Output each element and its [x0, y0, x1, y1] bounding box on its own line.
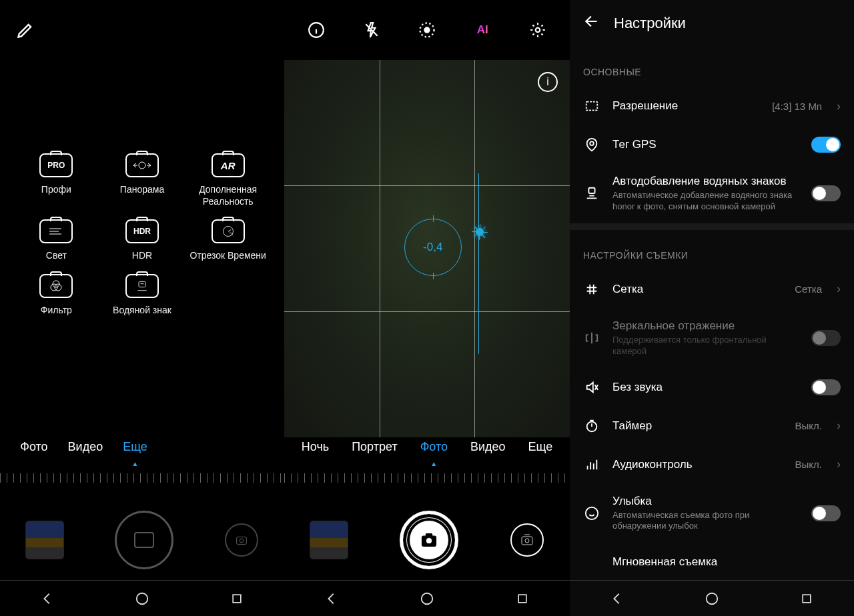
svg-point-25 [586, 507, 598, 519]
gallery-thumbnail[interactable] [26, 521, 63, 559]
mode-hdr[interactable]: HDR HDR [99, 219, 185, 262]
panorama-icon [125, 153, 159, 177]
gridline [284, 311, 570, 312]
nav-home[interactable] [122, 585, 162, 612]
back-button[interactable] [583, 13, 600, 34]
row-value: Сетка [795, 283, 822, 295]
gridline [284, 185, 570, 186]
mode-pro[interactable]: PRO Профи [13, 153, 99, 207]
tab-photo[interactable]: Фото [420, 440, 448, 454]
info-badge[interactable]: i [538, 72, 558, 92]
row-value: Выкл. [795, 420, 822, 431]
camera-modes-panel: PRO Профи Панорама AR Дополненная Реальн… [0, 0, 284, 616]
mid-top-row: AI [284, 0, 570, 60]
row-smile[interactable]: Улыбка Автоматическая съемка фото при об… [570, 484, 854, 543]
info-icon[interactable] [298, 11, 335, 49]
nav-home[interactable] [407, 585, 447, 612]
row-value: [4:3] 13 Мп [772, 101, 822, 112]
svg-point-8 [137, 593, 148, 604]
nav-recent[interactable] [787, 585, 827, 612]
svg-point-18 [525, 539, 529, 543]
mode-panorama[interactable]: Панорама [99, 153, 185, 207]
svg-rect-17 [522, 537, 532, 545]
mode-timelapse[interactable]: Отрезок Времени [185, 219, 271, 262]
tab-portrait[interactable]: Портрет [352, 440, 397, 454]
nav-recent[interactable] [217, 585, 257, 612]
row-title: Разрешение [612, 99, 760, 113]
mode-light[interactable]: Свет [13, 219, 99, 262]
gallery-thumbnail[interactable] [310, 521, 348, 559]
toggle-mirror [811, 330, 841, 346]
mirror-icon [583, 331, 600, 345]
grid-icon [583, 282, 600, 297]
switch-camera-button[interactable] [225, 523, 258, 557]
row-title: Тег GPS [612, 138, 799, 151]
row-grid[interactable]: Сетка Сетка › [570, 270, 854, 309]
mode-label: Отрезок Времени [189, 250, 266, 262]
row-instant[interactable]: Мгновенная съемка [570, 543, 854, 580]
row-timer[interactable]: Таймер Выкл. › [570, 407, 854, 445]
mode-watermark[interactable]: Водяной знак [99, 274, 185, 317]
camera-viewfinder-panel: AI i -0,4 Ночь Портрет Фото Видео Еще [284, 0, 570, 616]
edit-icon[interactable] [7, 11, 44, 49]
row-mute[interactable]: Без звука [570, 368, 854, 407]
shutter-button[interactable] [400, 511, 458, 569]
nav-back[interactable] [27, 585, 67, 612]
svg-rect-23 [588, 188, 594, 193]
tab-more[interactable]: Еще [123, 440, 147, 454]
settings-header: Настройки [570, 0, 854, 47]
row-title: Мгновенная съемка [612, 555, 841, 569]
section-header: ОСНОВНЫЕ [570, 47, 854, 87]
tab-photo[interactable]: Фото [20, 440, 47, 454]
ruler [0, 473, 284, 483]
filter-icon [39, 274, 73, 298]
settings-gear-icon[interactable] [519, 11, 556, 49]
svg-point-15 [426, 538, 432, 544]
row-watermark-auto[interactable]: Автодобавление водяных знаков Автоматиче… [570, 164, 854, 223]
timer-icon [583, 419, 600, 433]
left-tabs: т Фото Видео Еще [0, 440, 284, 475]
svg-point-0 [139, 162, 145, 169]
nav-home[interactable] [692, 585, 732, 612]
flash-off-icon[interactable] [353, 11, 390, 49]
svg-rect-5 [139, 281, 145, 287]
row-resolution[interactable]: Разрешение [4:3] 13 Мп › [570, 87, 854, 125]
nav-back[interactable] [312, 585, 352, 612]
tab-more[interactable]: Еще [528, 440, 553, 454]
exposure-indicator[interactable]: -0,4 [404, 219, 462, 276]
svg-point-19 [422, 593, 433, 604]
row-audiocontrol[interactable]: Аудиоконтроль Выкл. › [570, 445, 854, 484]
live-photo-icon[interactable] [408, 11, 446, 49]
watermark-icon [125, 274, 159, 298]
svg-rect-16 [426, 534, 432, 537]
mode-label: Свет [46, 250, 67, 262]
toggle-mute[interactable] [811, 379, 841, 395]
row-gps[interactable]: Тег GPS [570, 125, 854, 164]
svg-point-22 [590, 141, 594, 145]
timelapse-icon [211, 219, 245, 243]
chevron-right-icon: › [837, 457, 841, 471]
switch-camera-button[interactable] [510, 523, 544, 557]
exposure-slider-track[interactable] [478, 173, 479, 355]
toggle-watermark[interactable] [811, 185, 841, 201]
tab-video[interactable]: Видео [68, 440, 103, 454]
nav-recent[interactable] [502, 585, 542, 612]
row-title: Улыбка [612, 495, 799, 508]
toggle-gps[interactable] [811, 137, 841, 153]
svg-rect-21 [586, 102, 598, 111]
viewfinder[interactable]: i -0,4 [284, 60, 570, 437]
toggle-smile[interactable] [811, 505, 841, 521]
tab-video[interactable]: Видео [470, 440, 506, 454]
mode-filter[interactable]: Фильтр [13, 274, 99, 317]
ai-icon[interactable]: AI [464, 11, 501, 49]
tab-night[interactable]: Ночь [302, 440, 329, 454]
mode-label: Профи [41, 184, 71, 196]
mode-ar[interactable]: AR Дополненная Реальность [185, 153, 271, 207]
nav-back[interactable] [597, 585, 637, 612]
navbar [284, 580, 570, 616]
settings-scroll[interactable]: ОСНОВНЫЕ Разрешение [4:3] 13 Мп › Тег GP… [570, 47, 854, 580]
mode-label: Панорама [120, 184, 164, 196]
svg-rect-27 [803, 595, 811, 603]
svg-point-26 [707, 593, 718, 604]
exposure-sun-icon[interactable] [476, 228, 484, 236]
